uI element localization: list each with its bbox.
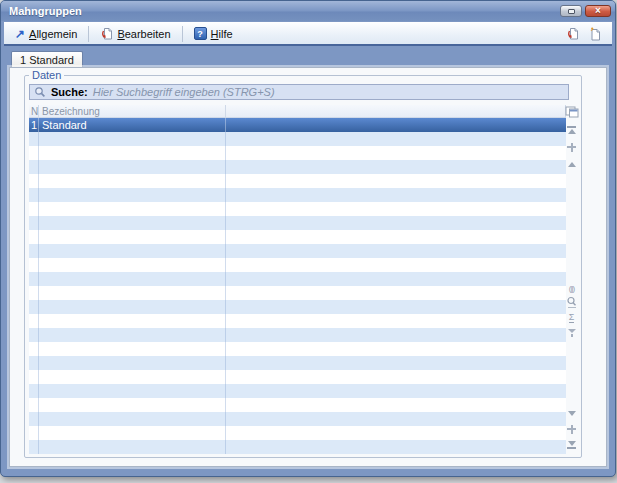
- arrow-up-right-icon: ↗: [15, 28, 25, 40]
- table-body: 1 Standard: [29, 118, 566, 454]
- table-row[interactable]: [29, 174, 566, 188]
- allgemein-label: Allgemein: [29, 28, 77, 40]
- refresh-document-button[interactable]: [562, 25, 583, 43]
- mahngruppen-window: Mahngruppen × ↗ Allgemein Bearbeiten: [0, 0, 616, 477]
- tab-page-panel: Daten Suche: Hier Suchbegriff eingeben (…: [9, 67, 607, 467]
- table-row[interactable]: [29, 426, 566, 440]
- row-up-button[interactable]: [564, 158, 579, 170]
- filter-icon: [568, 329, 576, 337]
- table-row[interactable]: [29, 440, 566, 454]
- sum-icon: Σ: [569, 313, 575, 323]
- column-header-n[interactable]: N: [29, 105, 39, 117]
- new-document-button[interactable]: [585, 25, 606, 43]
- cell-bezeichnung: Standard: [39, 118, 226, 132]
- daten-groupbox-label: Daten: [29, 69, 64, 82]
- table-row[interactable]: [29, 370, 566, 384]
- table-row[interactable]: [29, 160, 566, 174]
- windows-icon: [565, 106, 579, 118]
- search-label: Suche:: [51, 86, 88, 98]
- page-up-icon: [567, 143, 576, 152]
- scroll-to-top-icon: [567, 126, 576, 134]
- minimize-button[interactable]: [560, 5, 582, 17]
- page-down-icon: [567, 425, 576, 434]
- sum-button[interactable]: Σ: [564, 312, 579, 324]
- search-list-button[interactable]: [564, 296, 579, 308]
- cell-empty: [226, 118, 566, 132]
- window-title: Mahngruppen: [9, 5, 557, 17]
- toolbar-separator: [182, 26, 183, 42]
- table-row[interactable]: [29, 216, 566, 230]
- table-row[interactable]: [29, 230, 566, 244]
- hilfe-button[interactable]: ? Hilfe: [189, 25, 238, 42]
- table-row[interactable]: [29, 272, 566, 286]
- tab-strip: 1 Standard: [1, 46, 615, 67]
- help-icon: ?: [194, 27, 207, 40]
- table-row[interactable]: [29, 202, 566, 216]
- column-width-icon: (||): [569, 284, 574, 293]
- table-row[interactable]: [29, 258, 566, 272]
- table-row[interactable]: [29, 412, 566, 426]
- table-row[interactable]: [29, 188, 566, 202]
- search-list-icon: [566, 296, 578, 309]
- bearbeiten-button[interactable]: Bearbeiten: [95, 25, 175, 43]
- windows-button[interactable]: [564, 106, 579, 118]
- toolbar-separator: [88, 26, 89, 42]
- hilfe-label: Hilfe: [211, 28, 233, 40]
- titlebar[interactable]: Mahngruppen ×: [1, 1, 615, 21]
- search-input[interactable]: Suche: Hier Suchbegriff eingeben (STRG+S…: [29, 84, 569, 100]
- grid-icon-rail: (||) Σ: [563, 106, 580, 453]
- row-up-icon: [568, 162, 576, 167]
- search-icon: [34, 86, 46, 98]
- row-down-button[interactable]: [564, 407, 579, 419]
- table-row[interactable]: [29, 146, 566, 160]
- filter-button[interactable]: [564, 327, 579, 339]
- close-button[interactable]: ×: [585, 5, 611, 17]
- toolbar: ↗ Allgemein Bearbeiten ? Hilfe: [4, 22, 612, 44]
- table-row[interactable]: [29, 356, 566, 370]
- tab-standard[interactable]: 1 Standard: [11, 51, 83, 67]
- table-row-selected[interactable]: 1 Standard: [29, 118, 566, 132]
- table-row[interactable]: [29, 300, 566, 314]
- mahngruppen-table: N Bezeichnung 1 Standard: [29, 105, 566, 454]
- daten-groupbox: Daten Suche: Hier Suchbegriff eingeben (…: [24, 75, 582, 458]
- document-red-arrow-icon: [100, 27, 113, 41]
- table-row[interactable]: [29, 328, 566, 342]
- table-row[interactable]: [29, 132, 566, 146]
- scroll-to-bottom-icon: [567, 441, 576, 449]
- column-width-button[interactable]: (||): [564, 282, 579, 294]
- table-header[interactable]: N Bezeichnung: [29, 105, 566, 118]
- table-row[interactable]: [29, 384, 566, 398]
- document-red-arrow-icon: [566, 27, 579, 41]
- page-down-button[interactable]: [564, 423, 579, 435]
- table-row[interactable]: [29, 244, 566, 258]
- search-placeholder: Hier Suchbegriff eingeben (STRG+S): [93, 86, 275, 98]
- minimize-icon: [568, 9, 575, 14]
- cell-n: 1: [29, 118, 39, 132]
- column-header-bezeichnung[interactable]: Bezeichnung: [39, 105, 226, 117]
- new-document-icon: [589, 27, 602, 41]
- table-row[interactable]: [29, 398, 566, 412]
- page-up-button[interactable]: [564, 141, 579, 153]
- table-row[interactable]: [29, 342, 566, 356]
- scroll-to-bottom-button[interactable]: [564, 439, 579, 451]
- allgemein-button[interactable]: ↗ Allgemein: [10, 26, 82, 42]
- table-row[interactable]: [29, 286, 566, 300]
- bearbeiten-label: Bearbeiten: [117, 28, 170, 40]
- column-header-empty[interactable]: [226, 105, 566, 117]
- table-row[interactable]: [29, 314, 566, 328]
- row-down-icon: [568, 411, 576, 416]
- scroll-to-top-button[interactable]: [564, 124, 579, 136]
